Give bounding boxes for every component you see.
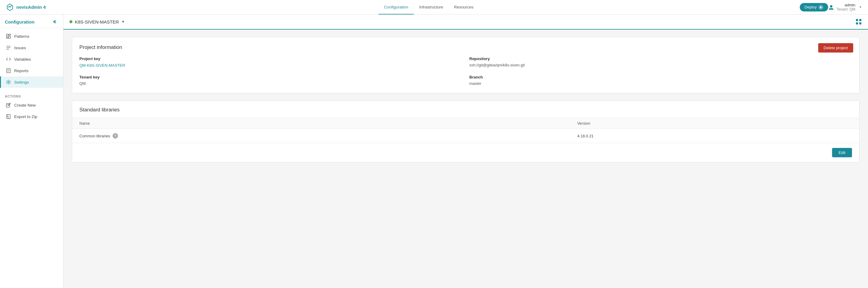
- app-logo[interactable]: nevisAdmin 4: [6, 3, 46, 11]
- svg-point-0: [830, 5, 832, 7]
- tenant-key-label: Tenant key: [80, 75, 462, 79]
- user-name: admin: [837, 3, 855, 7]
- sidebar-nav: Patterns Issues Variables: [0, 28, 63, 90]
- svg-point-6: [8, 82, 9, 83]
- sidebar-item-create-new[interactable]: Create New: [0, 99, 63, 111]
- patterns-icon: [6, 33, 11, 39]
- user-details: admin Tenant: QM: [837, 3, 855, 11]
- svg-rect-9: [856, 19, 858, 21]
- col-name: Name: [72, 118, 570, 129]
- export-zip-label: Export to Zip: [14, 114, 37, 119]
- project-selector[interactable]: K8S-SIVEN-MASTER ▼: [69, 19, 125, 25]
- repository-group: Repository ssh://git@gitea/qm/k8s-siven.…: [469, 56, 852, 68]
- project-name: K8S-SIVEN-MASTER: [75, 19, 119, 25]
- create-new-label: Create New: [14, 103, 36, 108]
- svg-rect-4: [6, 37, 8, 38]
- page-content: Project information Delete project Proje…: [63, 30, 868, 288]
- settings-label: Settings: [14, 80, 29, 85]
- export-zip-icon: [6, 114, 11, 119]
- edit-button[interactable]: Edit: [832, 148, 852, 157]
- variables-icon: [6, 56, 11, 62]
- project-key-value[interactable]: QM-K8S-SIVEN-MASTER: [80, 63, 125, 68]
- svg-rect-8: [7, 114, 10, 119]
- branch-group: Branch master: [469, 75, 852, 86]
- lib-name-text: Common libraries: [80, 134, 110, 138]
- patterns-label: Patterns: [14, 34, 29, 39]
- play-icon: ▶: [818, 5, 823, 10]
- chevron-down-icon: ▼: [859, 5, 862, 9]
- project-key-group: Project key QM-K8S-SIVEN-MASTER: [80, 56, 462, 68]
- reports-icon: [6, 68, 11, 74]
- svg-rect-3: [9, 36, 10, 38]
- project-dropdown-icon: ▼: [121, 20, 125, 24]
- nav-infrastructure[interactable]: Infrastructure: [414, 0, 449, 15]
- issues-icon: [6, 45, 11, 50]
- project-info-grid: Project key QM-K8S-SIVEN-MASTER Reposito…: [80, 56, 852, 86]
- delete-project-button[interactable]: Delete project: [818, 43, 853, 53]
- branch-label: Branch: [469, 75, 852, 79]
- settings-icon: [6, 79, 11, 85]
- sidebar-item-reports[interactable]: Reports: [0, 65, 63, 76]
- create-new-icon: [6, 102, 11, 108]
- logo-icon: [6, 3, 14, 11]
- nav-resources[interactable]: Resources: [448, 0, 479, 15]
- repository-label: Repository: [469, 56, 852, 61]
- lib-version-cell: 4.18.0.21: [570, 129, 859, 143]
- sidebar-item-settings[interactable]: Settings: [0, 76, 63, 88]
- project-info-title: Project information: [80, 45, 852, 50]
- edit-bar: Edit: [72, 143, 859, 162]
- sidebar-item-patterns[interactable]: Patterns: [0, 30, 63, 42]
- nav-configuration[interactable]: Configuration: [378, 0, 413, 15]
- sidebar-header: Configuration: [0, 15, 63, 28]
- svg-rect-2: [9, 34, 10, 35]
- svg-rect-1: [6, 34, 8, 36]
- help-icon[interactable]: ?: [113, 133, 118, 139]
- svg-rect-11: [856, 22, 858, 25]
- grid-icon[interactable]: [855, 19, 862, 25]
- main-content: K8S-SIVEN-MASTER ▼ Project information D…: [63, 15, 868, 288]
- deploy-label: Deploy: [805, 5, 817, 9]
- collapse-sidebar-button[interactable]: [52, 19, 58, 25]
- standard-libraries-title: Standard libraries: [72, 101, 859, 118]
- svg-rect-12: [859, 22, 861, 25]
- table-row: Common libraries ? 4.18.0.21: [72, 129, 859, 143]
- lib-name-container: Common libraries ?: [80, 133, 563, 139]
- sidebar-item-issues[interactable]: Issues: [0, 42, 63, 53]
- app-name: nevisAdmin 4: [16, 4, 46, 10]
- col-version: Version: [570, 118, 859, 129]
- user-menu[interactable]: admin Tenant: QM ▼: [828, 3, 862, 11]
- top-nav: nevisAdmin 4 Configuration Infrastructur…: [0, 0, 868, 15]
- user-tenant: Tenant: QM: [837, 7, 855, 11]
- variables-label: Variables: [14, 57, 31, 62]
- sidebar-item-variables[interactable]: Variables: [0, 53, 63, 65]
- project-key-label: Project key: [80, 56, 462, 61]
- sidebar-item-export-zip[interactable]: Export to Zip: [0, 111, 63, 122]
- libraries-table: Name Version Common libraries ?: [72, 118, 859, 143]
- sidebar-title: Configuration: [5, 19, 34, 25]
- actions-section-label: ACTIONS: [0, 90, 63, 99]
- repository-value: ssh://git@gitea/qm/k8s-siven.git: [469, 63, 852, 67]
- project-status-dot: [69, 20, 72, 23]
- standard-libraries-card: Standard libraries Name Version Common l: [72, 100, 860, 163]
- project-info-card: Project information Delete project Proje…: [72, 37, 860, 93]
- project-bar: K8S-SIVEN-MASTER ▼: [63, 15, 868, 30]
- tenant-key-group: Tenant key QM: [80, 75, 462, 86]
- issues-label: Issues: [14, 46, 26, 50]
- tenant-key-value: QM: [80, 81, 462, 86]
- nav-links: Configuration Infrastructure Resources: [58, 0, 800, 15]
- deploy-button[interactable]: Deploy ▶: [800, 3, 828, 11]
- reports-label: Reports: [14, 68, 28, 73]
- user-avatar-icon: [828, 4, 834, 10]
- sidebar: Configuration Patterns Issues: [0, 15, 63, 288]
- svg-rect-10: [859, 19, 861, 21]
- branch-value: master: [469, 81, 852, 86]
- layout: Configuration Patterns Issues: [0, 15, 868, 288]
- lib-name-cell: Common libraries ?: [72, 129, 570, 143]
